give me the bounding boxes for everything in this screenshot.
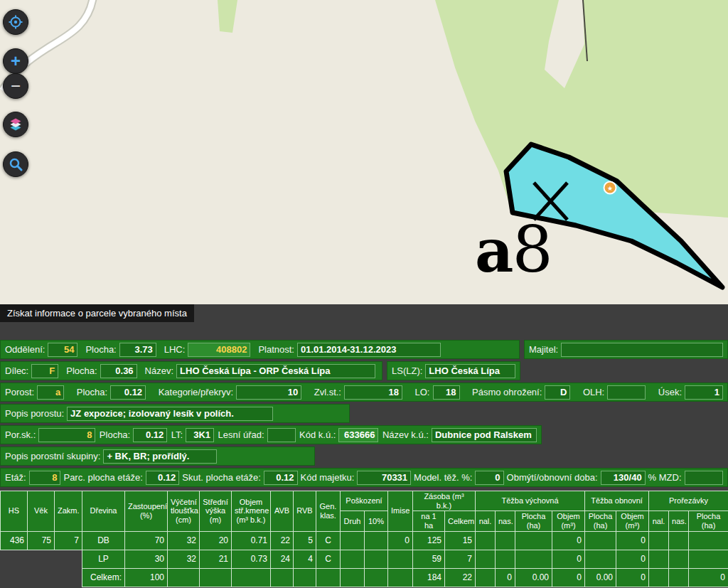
- cell: [341, 568, 365, 587]
- table-header-groups: HS Věk Zakm. Dřevina Zastoupení (%) Výče…: [1, 491, 728, 511]
- cell: 0: [616, 550, 649, 568]
- field-value: 70331: [357, 471, 411, 485]
- field-kod-ku: Kód k.ú.: 633666: [299, 428, 378, 442]
- cell: [689, 550, 728, 568]
- map-canvas[interactable]: ★ a8 + −: [0, 0, 728, 304]
- cell: 21: [200, 550, 232, 568]
- header-stredni-vyska: Střední výška (m): [200, 491, 232, 532]
- cell: 32: [168, 550, 200, 568]
- field-label: Platnost:: [258, 344, 294, 355]
- cell: 59: [413, 550, 445, 568]
- popis-skupiny-bar: Popis porostní skupiny: + BK, BR; proříd…: [0, 447, 315, 466]
- field-label: Obmýtí/obnovní doba:: [507, 472, 598, 483]
- field-label: Majitel:: [529, 344, 558, 355]
- cell: 70: [125, 531, 168, 550]
- locate-button[interactable]: [3, 9, 28, 35]
- plus-icon: +: [11, 53, 21, 70]
- cell: [515, 550, 552, 568]
- field-porsk: Por.sk.: 8: [5, 428, 95, 442]
- field-mzd: % MZD:: [648, 471, 723, 485]
- dilec-bar: Dílec: F Plocha: 0.36 Název: LHO Česká L…: [0, 361, 382, 380]
- cell: [649, 568, 669, 587]
- field-lt: LT: 3K1: [171, 428, 214, 442]
- cell: 75: [28, 531, 55, 550]
- field-value: 0.36: [100, 364, 137, 378]
- field-label: Plocha:: [85, 344, 116, 355]
- layers-button[interactable]: [3, 112, 28, 137]
- cell: [669, 568, 689, 587]
- cell: 0.00: [515, 568, 552, 587]
- cell: 30: [125, 550, 168, 568]
- field-plocha: Plocha: 0.12: [100, 428, 167, 442]
- parcel-letter: a: [475, 215, 512, 286]
- header-hs: HS: [1, 491, 28, 532]
- field-label: LHC:: [164, 344, 186, 355]
- cell-empty: [1, 568, 28, 587]
- field-parc-plocha: Parc. plocha etáže: 0.12: [63, 471, 179, 485]
- etaz-bar: Etáž: 8 Parc. plocha etáže: 0.12 Skut. p…: [0, 468, 728, 487]
- field-model-tez: Model. těž. %: 0: [414, 471, 504, 485]
- field-value: 0.12: [146, 471, 180, 485]
- lslz-bar: LS(LZ): LHO Česká Lípa: [387, 361, 520, 380]
- cell: 7: [445, 550, 476, 568]
- field-value: 3.73: [119, 343, 156, 357]
- cell: LP: [82, 550, 125, 568]
- field-value: 18: [433, 385, 460, 400]
- field-majitel: Majitel:: [529, 343, 723, 357]
- header-poskozeni: Poškození: [341, 491, 388, 511]
- cell: 436: [1, 531, 28, 550]
- field-value: LHO Česká Lípa - ORP Česká Lípa: [176, 364, 375, 378]
- cell: DB: [82, 531, 125, 550]
- header-tezba-vychovna: Těžba výchovná: [476, 491, 585, 511]
- majitel-bar: Majitel:: [524, 340, 728, 359]
- cell: [388, 550, 413, 568]
- field-plocha: Plocha: 0.12: [77, 385, 146, 400]
- cell: [496, 550, 515, 568]
- field-label: OLH:: [583, 387, 604, 397]
- header-na1ha: na 1 ha: [413, 511, 445, 531]
- cell: 22: [271, 531, 294, 550]
- cell: 0: [552, 550, 585, 568]
- field-value: LHO Česká Lípa: [425, 364, 515, 378]
- header-objem-m3: Objem (m³): [552, 511, 585, 531]
- field-label: Kód majetku:: [301, 472, 355, 483]
- header-celkem: Celkem: [445, 511, 476, 531]
- cell: [476, 568, 496, 587]
- field-etaz: Etáž: 8: [5, 471, 60, 485]
- cell: 0: [388, 531, 413, 550]
- field-popis-porostu: Popis porostu: JZ expozice; izolovaný le…: [5, 407, 273, 421]
- field-lo: LO: 18: [415, 385, 460, 400]
- field-value: 8: [29, 471, 61, 485]
- field-value: [685, 471, 723, 485]
- cell: 20: [200, 531, 232, 550]
- header-imise: Imise: [388, 491, 413, 532]
- header-nal: nal.: [476, 511, 496, 531]
- info-row-dilec: Dílec: F Plocha: 0.36 Název: LHO Česká L…: [0, 361, 728, 380]
- search-button[interactable]: [3, 151, 28, 177]
- cell: 0: [552, 531, 585, 550]
- field-obmyti: Obmýtí/obnovní doba: 130/40: [507, 471, 646, 485]
- field-value: JZ expozice; izolovaný lesík v polích.: [67, 407, 273, 421]
- cell: 4: [294, 550, 316, 568]
- cell: 24: [271, 550, 294, 568]
- field-value: [607, 385, 646, 400]
- svg-text:★: ★: [607, 185, 613, 192]
- map-tool-hint[interactable]: Získat informace o parcele vybraného mís…: [0, 304, 194, 322]
- zoom-out-button[interactable]: −: [3, 73, 28, 99]
- cell: [365, 531, 388, 550]
- header-nas: nas.: [669, 511, 689, 531]
- field-label: Popis porostní skupiny:: [5, 451, 100, 461]
- zoom-in-button[interactable]: +: [3, 48, 28, 74]
- cell: [476, 550, 496, 568]
- cell: [365, 568, 388, 587]
- field-porost: Porost: a: [5, 385, 64, 400]
- cell: 22: [445, 568, 476, 587]
- cell: [316, 568, 341, 587]
- field-label: Název k.ú.:: [382, 429, 429, 440]
- cell: [515, 531, 552, 550]
- table-row: 436 75 7 DB 70 32 20 0.71 22 5 C 0: [1, 531, 728, 550]
- popis-porostu-bar: Popis porostu: JZ expozice; izolovaný le…: [0, 404, 350, 423]
- header-plocha-ha: Plocha (ha): [515, 511, 552, 531]
- field-label: Etáž:: [5, 472, 26, 483]
- field-value: 3K1: [186, 428, 214, 442]
